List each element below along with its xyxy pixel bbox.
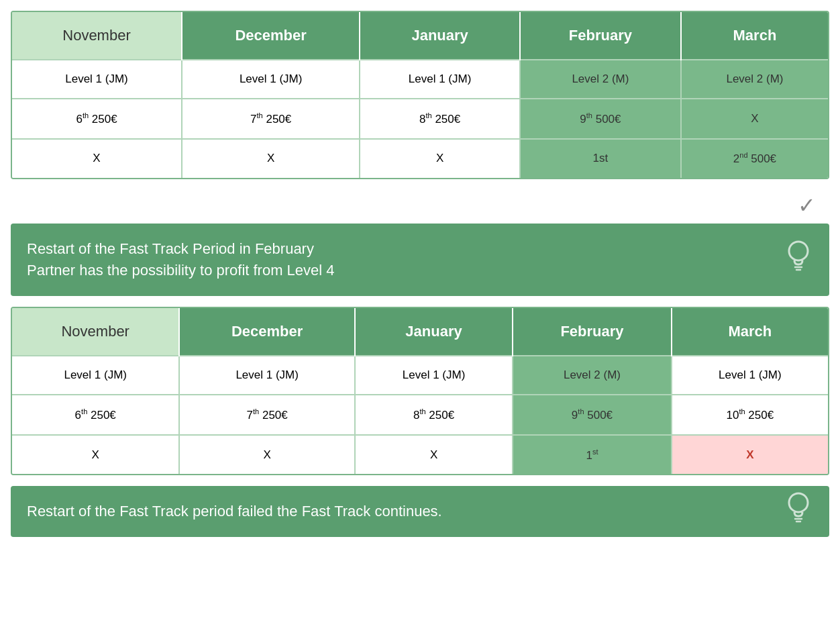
cell: X [12,435,179,475]
cell: X [179,435,354,475]
svg-point-3 [789,493,808,512]
cell: 7th 250€ [179,395,354,435]
header-february-1: February [520,12,681,60]
cell-text: 10th 250€ [727,409,774,422]
cell: 1st [513,435,672,475]
header-december-2: December [179,308,354,356]
table-1: November December January February March… [11,11,829,179]
cell-text: 9th 500€ [572,409,613,422]
cell-text: 9th 500€ [580,113,621,126]
table-row: X X X 1st 2nd 500€ [12,139,828,179]
cell: Level 1 (JM) [179,356,354,395]
header-november-2: November [12,308,179,356]
cell: Level 2 (M) [681,60,828,99]
cell-text: 7th 250€ [250,113,291,126]
banner-text-2: Restart of the Fast Track period failed … [27,501,789,522]
info-banner-2: Restart of the Fast Track period failed … [11,486,829,537]
bulb-icon-1 [784,238,813,282]
cell: Level 1 (JM) [12,356,179,395]
table-row: Level 1 (JM) Level 1 (JM) Level 1 (JM) L… [12,60,828,99]
cell: Level 1 (JM) [355,356,513,395]
cell: X [681,99,828,139]
cell: 6th 250€ [12,395,179,435]
cell-text: 8th 250€ [419,113,460,126]
cell: Level 1 (JM) [182,60,360,99]
cell: X [672,435,828,475]
cell: 8th 250€ [355,395,513,435]
cell: Level 2 (M) [513,356,672,395]
header-march-1: March [681,12,828,60]
bulb-icon-2 [784,489,813,534]
cell: 9th 500€ [513,395,672,435]
cell: Level 1 (JM) [672,356,828,395]
header-february-2: February [513,308,672,356]
cell: Level 1 (JM) [12,60,182,99]
cell-text: 2nd 500€ [733,152,776,165]
info-banner-1: Restart of the Fast Track Period in Febr… [11,224,829,296]
cell: 10th 250€ [672,395,828,435]
table-row: 6th 250€ 7th 250€ 8th 250€ 9th 500€ 10th… [12,395,828,435]
cell: X [12,139,182,179]
checkmark: ✓ [11,190,829,224]
svg-point-0 [789,242,808,260]
table-row: Level 1 (JM) Level 1 (JM) Level 1 (JM) L… [12,356,828,395]
header-january-2: January [355,308,513,356]
cell: Level 1 (JM) [360,60,520,99]
cell: 2nd 500€ [681,139,828,179]
cell: 8th 250€ [360,99,520,139]
cell-text: 8th 250€ [413,409,454,422]
cell: X [182,139,360,179]
cell: 1st [520,139,681,179]
cell: 9th 500€ [520,99,681,139]
table-2: November December January February March… [11,307,829,475]
table-row: 6th 250€ 7th 250€ 8th 250€ 9th 500€ X [12,99,828,139]
header-march-2: March [672,308,828,356]
cell-text: 7th 250€ [247,409,288,422]
cell: 7th 250€ [182,99,360,139]
cell: X [355,435,513,475]
banner-line-2: Partner has the possibility to profit fr… [27,260,789,281]
cell: Level 2 (M) [520,60,681,99]
header-november-1: November [12,12,182,60]
cell-text: 6th 250€ [75,409,116,422]
banner-line-1: Restart of the Fast Track Period in Febr… [27,238,789,260]
cell: 6th 250€ [12,99,182,139]
header-january-1: January [360,12,520,60]
cell: X [360,139,520,179]
header-december-1: December [182,12,360,60]
table-row: X X X 1st X [12,435,828,475]
cell-text: 6th 250€ [76,113,117,126]
